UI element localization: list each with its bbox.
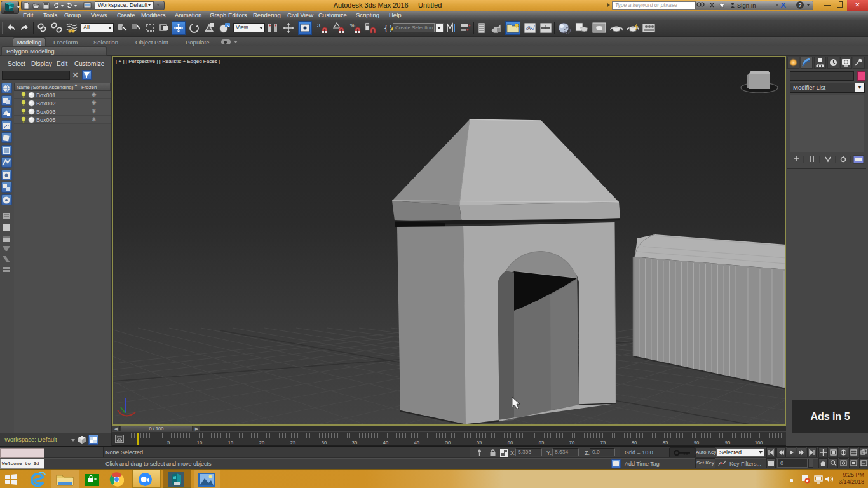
svg-text:%: % xyxy=(350,22,355,29)
svg-text:[ + ] [ Perspective ] [ Realis: [ + ] [ Perspective ] [ Realistic + Edge… xyxy=(116,58,220,64)
svg-text:3: 3 xyxy=(317,22,320,29)
svg-text:A: A xyxy=(527,25,531,31)
